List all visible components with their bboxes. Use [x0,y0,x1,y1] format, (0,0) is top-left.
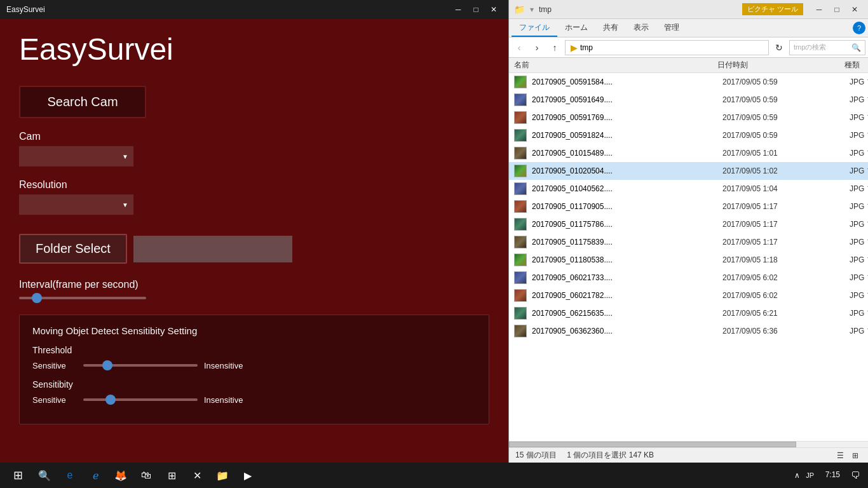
threshold-slider-container [83,360,198,370]
horizontal-scrollbar[interactable] [509,441,868,447]
table-row[interactable]: 20170905_06021733.... 2017/09/05 6:02 JP… [509,269,868,287]
back-button[interactable]: ‹ [512,40,527,55]
tiles-view-button[interactable]: ⊞ [849,449,862,462]
explorer-minimize-button[interactable]: ─ [811,3,827,16]
close-button[interactable]: ✕ [485,3,502,16]
cam-label: Cam [19,131,489,142]
taskbar-apps-icon[interactable]: ⊞ [160,464,183,487]
table-row[interactable]: 20170905_00591824.... 2017/09/05 0:59 JP… [509,126,868,144]
up-button[interactable]: ↑ [547,40,562,55]
table-row[interactable]: 20170905_01170905.... 2017/09/05 1:17 JP… [509,198,868,215]
threshold-slider-track [83,364,198,367]
help-icon[interactable]: ? [850,22,865,34]
tab-manage[interactable]: 管理 [656,20,687,37]
easysurvei-window: EasySurvei ─ □ ✕ EasySurvei Search Cam C… [0,0,508,463]
taskbar-ie-icon[interactable]: e [58,464,81,487]
threshold-sensitive-label: Sensitive [32,361,77,370]
search-icon: 🔍 [851,43,861,52]
ribbon: ファイル ホーム 共有 表示 管理 ? [509,19,868,37]
threshold-slider-row: Sensitive Insensitive [32,360,476,370]
taskbar-store-icon[interactable]: 🛍 [135,464,158,487]
search-cam-button[interactable]: Search Cam [19,86,146,118]
col-header-date[interactable]: 日付時刻 [717,60,844,71]
sensitivity-slider-container [83,395,198,405]
taskbar-folder-icon[interactable]: 📁 [211,464,234,487]
table-row[interactable]: 20170905_01020504.... 2017/09/05 1:02 JP… [509,162,868,180]
cam-select[interactable] [19,146,133,166]
file-name: 20170905_01175786.... [532,220,722,229]
file-name: 20170905_06362360.... [532,327,722,336]
taskbar-firefox-icon[interactable]: 🦊 [109,464,132,487]
file-date: 2017/09/05 1:17 [722,220,850,229]
easysurvei-title: EasySurvei [6,5,450,14]
scrollbar-thumb[interactable] [509,442,796,447]
folder-path-input[interactable] [133,236,292,262]
start-button[interactable]: ⊞ [5,463,31,488]
taskbar-icons: 🔍 e ℯ 🦊 🛍 ⊞ ✕ 📁 ▶ [33,464,259,487]
taskbar-media-icon[interactable]: ▶ [236,464,259,487]
language-icon[interactable]: JP [803,471,818,479]
table-row[interactable]: 20170905_01175839.... 2017/09/05 1:17 JP… [509,233,868,251]
ribbon-tabs: ファイル ホーム 共有 表示 管理 ? [509,19,868,37]
details-view-button[interactable]: ☰ [834,449,846,462]
tab-file[interactable]: ファイル [512,20,557,37]
sensitivity-sensitive-label: Sensitive [32,395,77,405]
file-date: 2017/09/05 0:59 [722,95,850,104]
help-circle[interactable]: ? [853,22,865,34]
status-bar: 15 個の項目 1 個の項目を選択 147 KB ☰ ⊞ [509,447,868,463]
notifications-button[interactable]: 🗨 [848,470,863,480]
search-box[interactable]: tmpの検索 🔍 [789,40,865,55]
taskbar-search-icon[interactable]: 🔍 [33,464,56,487]
table-row[interactable]: 20170905_06215635.... 2017/09/05 6:21 JP… [509,304,868,322]
minimize-button[interactable]: ─ [450,3,466,16]
interval-slider-thumb[interactable] [32,293,42,303]
table-row[interactable]: 20170905_01040562.... 2017/09/05 1:04 JP… [509,180,868,198]
detect-section: Moving Objet Detect Sensitibity Setting … [19,315,489,424]
table-row[interactable]: 20170905_00591649.... 2017/09/05 0:59 JP… [509,91,868,109]
resolution-select[interactable] [19,194,133,215]
taskbar: ⊞ 🔍 e ℯ 🦊 🛍 ⊞ ✕ 📁 ▶ ∧ JP 7:15 🗨 [0,463,868,488]
file-thumbnail [514,182,527,195]
address-path[interactable]: ▶ tmp [565,40,769,55]
path-folder-icon: ▶ [571,43,578,53]
file-thumbnail [514,147,527,159]
table-row[interactable]: 20170905_06021782.... 2017/09/05 6:02 JP… [509,287,868,304]
file-date: 2017/09/05 1:02 [722,166,850,175]
folder-select-button[interactable]: Folder Select [19,234,127,264]
table-row[interactable]: 20170905_06362360.... 2017/09/05 6:36 JP… [509,322,868,340]
refresh-button[interactable]: ↻ [771,40,787,55]
explorer-close-button[interactable]: ✕ [846,3,863,16]
file-type: JPG ファイル [850,201,868,212]
tab-share[interactable]: 共有 [595,20,626,37]
table-row[interactable]: 20170905_00591584.... 2017/09/05 0:59 JP… [509,73,868,91]
table-row[interactable]: 20170905_01175786.... 2017/09/05 1:17 JP… [509,215,868,233]
easysurvei-content: EasySurvei Search Cam Cam Resolution [0,19,508,463]
file-type: JPG ファイル [850,237,868,248]
file-list[interactable]: 20170905_00591584.... 2017/09/05 0:59 JP… [509,73,868,441]
file-thumbnail [514,254,527,266]
table-row[interactable]: 20170905_01180538.... 2017/09/05 1:18 JP… [509,251,868,269]
col-header-type[interactable]: 種類 [844,60,868,71]
threshold-slider-thumb[interactable] [102,360,112,370]
table-row[interactable]: 20170905_01015489.... 2017/09/05 1:01 JP… [509,144,868,162]
sys-tray-expand[interactable]: ∧ [794,471,800,480]
taskbar-close-icon[interactable]: ✕ [186,464,208,487]
file-name: 20170905_01170905.... [532,202,722,211]
address-bar: ‹ › ↑ ▶ tmp ↻ tmpの検索 🔍 [509,37,868,58]
tab-home[interactable]: ホーム [557,20,595,37]
col-header-name[interactable]: 名前 [514,60,717,71]
taskbar-clock[interactable]: 7:15 [820,470,845,480]
explorer-maximize-button[interactable]: □ [829,3,845,16]
sensitivity-slider-thumb[interactable] [105,395,116,405]
file-thumbnail [514,76,527,88]
file-type: JPG ファイル [850,219,868,230]
file-thumbnail [514,289,527,302]
table-row[interactable]: 20170905_00591769.... 2017/09/05 0:59 JP… [509,109,868,126]
easysurvei-titlebar: EasySurvei ─ □ ✕ [0,0,508,19]
maximize-button[interactable]: □ [468,3,484,16]
tab-view[interactable]: 表示 [626,20,656,37]
taskbar-edge-icon[interactable]: ℯ [84,464,107,487]
forward-button[interactable]: › [529,40,545,55]
sensitivity-label: Sensitibity [32,379,476,390]
file-type: JPG ファイル [850,255,868,266]
